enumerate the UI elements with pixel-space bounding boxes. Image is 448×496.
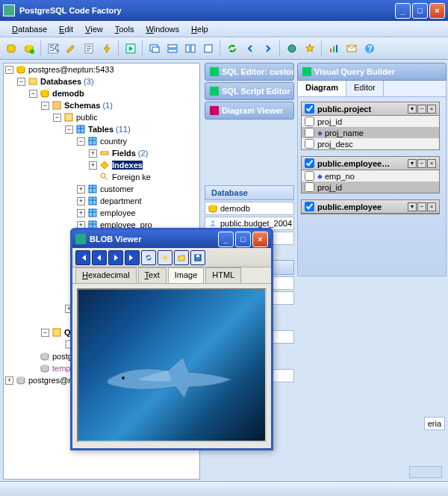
db-item-demodb[interactable]: demodb [205,202,294,215]
dropdown-icon[interactable]: ▾ [408,105,417,114]
minimize-icon[interactable]: − [417,159,426,168]
vqb-table-check[interactable] [305,202,314,211]
blob-tab-text[interactable]: Text [138,267,167,283]
back-icon[interactable] [242,40,258,57]
edit-icon[interactable] [63,40,79,57]
script-icon[interactable] [81,40,97,57]
vqb-table-check[interactable] [305,104,314,114]
tree-node-employee[interactable]: +employee [4,207,199,219]
window-tile-h-icon[interactable] [164,40,181,57]
vqb-table-employee-a[interactable]: public.employee…▾−× ◆emp_no proj_id [301,156,440,193]
vqb-col[interactable]: ◆proj_name [302,127,439,138]
tree-node-public[interactable]: −public [4,111,199,123]
last-icon[interactable] [125,250,140,265]
horizontal-scrollbar[interactable] [409,466,442,478]
blob-tab-hex[interactable]: Hexadecimal [75,267,137,283]
svg-rect-42 [53,329,60,336]
dropdown-icon[interactable]: ▾ [408,202,417,211]
tree-node-customer[interactable]: +customer [4,183,199,195]
sql-icon[interactable]: SQL [45,40,61,57]
vqb-tab-diagram[interactable]: Diagram [298,81,346,96]
svg-point-51 [211,220,214,223]
db-connect-icon[interactable] [21,40,37,57]
minimize-icon[interactable]: − [417,202,426,211]
star-icon[interactable] [302,40,318,57]
svg-rect-22 [29,78,37,84]
close-icon[interactable]: × [427,105,436,114]
next-icon[interactable] [108,250,123,265]
close-icon[interactable]: × [427,202,436,211]
maximize-button[interactable]: □ [412,3,428,19]
menu-edit[interactable]: Edit [53,23,79,35]
vqb-col[interactable]: proj_desc [302,138,439,149]
blob-close-button[interactable]: × [252,232,268,247]
menu-view[interactable]: View [79,23,109,35]
tree-node-demodb[interactable]: −demodb [4,87,199,99]
menu-database[interactable]: Database [6,23,53,35]
tab-sql-script[interactable]: SQL Script Editor [205,82,294,100]
tab-sql-editor[interactable]: SQL Editor: custom [205,63,294,81]
tree-node-root[interactable]: −postgres@neptun:5433 [4,63,199,75]
vqb-tab-editor[interactable]: Editor [346,81,384,96]
vqb-table-employee-b[interactable]: public.employee▾−× [301,199,440,214]
workspace: −postgres@neptun:5433 −Databases (3) −de… [0,60,448,481]
tree-node-indexes[interactable]: +Indexes [4,159,199,171]
window-tile-v-icon[interactable] [182,40,199,57]
svg-point-56 [122,376,125,379]
vqb-col[interactable]: proj_id [302,116,439,127]
window-single-icon[interactable] [200,40,217,57]
blob-viewer-window[interactable]: BLOB Viewer _ □ × Hexadecimal Text Image… [70,228,273,450]
svg-rect-8 [152,47,159,52]
mail-icon[interactable] [343,40,360,57]
tree-node-schemas[interactable]: −Schemas (1) [4,99,199,111]
help-icon[interactable]: ? [361,40,378,57]
tree-node-foreignkey[interactable]: Foreign ke [4,171,199,183]
prev-icon[interactable] [92,250,107,265]
refresh-icon[interactable] [141,250,156,265]
tab-diagram-viewer[interactable]: Diagram Viewer [205,102,294,120]
vqb-title[interactable]: Visual Query Builder [297,63,447,81]
vqb-col[interactable]: proj_id [302,182,439,193]
vqb-table-project[interactable]: public.project▾−× proj_id ◆proj_name pro… [301,102,440,150]
vqb-diagram-body[interactable]: public.project▾−× proj_id ◆proj_name pro… [297,97,447,276]
menu-tools[interactable]: Tools [109,23,140,35]
blob-toolbar [72,248,271,267]
window-new-icon[interactable] [146,40,163,57]
blob-titlebar[interactable]: BLOB Viewer _ □ × [72,230,271,248]
lightning-icon[interactable] [99,40,115,57]
first-icon[interactable] [75,250,90,265]
globe-icon[interactable] [284,40,300,57]
db-add-icon[interactable] [3,40,19,57]
refresh-icon[interactable] [224,40,240,57]
vqb-table-check[interactable] [305,158,314,168]
svg-rect-47 [210,67,219,76]
menu-help[interactable]: Help [185,23,214,35]
open-icon[interactable] [174,250,189,265]
minimize-button[interactable]: _ [395,3,411,19]
svg-rect-10 [168,49,177,52]
svg-text:SQL: SQL [49,43,59,52]
forward-icon[interactable] [260,40,276,57]
chart-icon[interactable] [326,40,342,57]
svg-rect-13 [205,45,212,52]
vqb-col[interactable]: ◆emp_no [302,170,439,182]
tree-node-databases[interactable]: −Databases (3) [4,75,199,87]
tree-node-department[interactable]: +department [4,195,199,207]
blob-tab-image[interactable]: Image [168,267,205,283]
close-button[interactable]: × [429,3,445,19]
vqb-tabbar: Diagram Editor [297,81,447,97]
run-icon[interactable] [122,40,139,57]
tree-node-tables[interactable]: −Tables (11) [4,123,199,135]
dropdown-icon[interactable]: ▾ [408,159,417,168]
brightness-icon[interactable] [158,250,172,265]
blob-maximize-button[interactable]: □ [235,232,251,247]
minimize-icon[interactable]: − [417,105,426,114]
blob-tab-html[interactable]: HTML [205,267,241,283]
svg-rect-25 [65,114,72,121]
close-icon[interactable]: × [427,159,436,168]
menu-windows[interactable]: Windows [140,23,185,35]
tree-node-country[interactable]: −country [4,135,199,147]
blob-minimize-button[interactable]: _ [218,232,234,247]
save-icon[interactable] [190,250,205,265]
tree-node-fields[interactable]: +Fields (2) [4,147,199,159]
